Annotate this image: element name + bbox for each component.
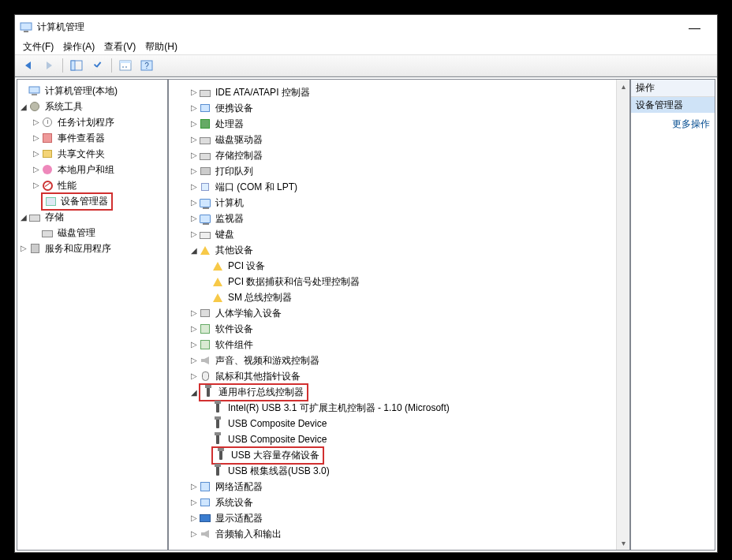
cat-other-devices[interactable]: ◢ 其他设备 (189, 242, 629, 258)
twisty-icon[interactable]: ▷ (189, 136, 199, 144)
cat-mice[interactable]: ▷ 鼠标和其他指针设备 (189, 368, 629, 384)
twisty-icon[interactable]: ◢ (19, 103, 28, 111)
cat-disk-drives[interactable]: ▷ 磁盘驱动器 (189, 132, 629, 147)
dev-usb-composite-1[interactable]: USB Composite Device (202, 416, 629, 431)
twisty-icon[interactable]: ▷ (189, 88, 199, 96)
node-local-users[interactable]: ▷ 本地用户和组 (32, 162, 167, 177)
cat-monitors[interactable]: ▷ 监视器 (189, 211, 629, 226)
cat-computer[interactable]: ▷ 计算机 (189, 195, 629, 211)
dev-pci-capture[interactable]: PCI 数据捕获和信号处理控制器 (202, 274, 629, 289)
node-event-viewer[interactable]: ▷ 事件查看器 (32, 130, 167, 146)
twisty-icon[interactable]: ▷ (189, 341, 199, 349)
minimize-button[interactable]: — (677, 16, 712, 38)
cat-display-adapters[interactable]: ▷ 显示适配器 (189, 510, 629, 526)
cat-print-queues[interactable]: ▷ 打印队列 (189, 163, 629, 179)
twisty-icon (32, 197, 41, 205)
twisty-icon[interactable]: ▷ (19, 245, 28, 252)
twisty-icon[interactable]: ▷ (189, 514, 199, 522)
cat-usb-controllers[interactable]: ◢ 通用串行总线控制器 (189, 384, 629, 400)
menu-help[interactable]: 帮助(H) (140, 39, 182, 55)
nav-forward-button[interactable] (39, 57, 58, 74)
view-options-button[interactable] (88, 57, 107, 74)
cat-storage-controllers[interactable]: ▷ 存储控制器 (189, 147, 629, 163)
clock-icon (41, 116, 54, 129)
node-device-manager[interactable]: 设备管理器 (32, 193, 167, 209)
twisty-icon[interactable]: ▷ (32, 166, 41, 174)
nav-back-button[interactable] (18, 57, 37, 74)
cat-portable[interactable]: ▷ 便携设备 (189, 100, 629, 116)
svg-rect-0 (21, 23, 32, 30)
twisty-icon[interactable]: ▷ (32, 150, 41, 158)
twisty-icon[interactable]: ◢ (19, 214, 28, 222)
more-actions-link[interactable]: 更多操作 (631, 113, 715, 136)
twisty-icon (32, 229, 41, 237)
twisty-icon[interactable]: ▷ (189, 215, 199, 222)
svg-rect-10 (29, 87, 39, 93)
twisty-icon[interactable]: ▷ (32, 118, 41, 126)
twisty-icon[interactable]: ▷ (189, 151, 199, 159)
event-viewer-icon (41, 132, 54, 144)
node-services-apps[interactable]: ▷ 服务和应用程序 (19, 241, 167, 256)
twisty-icon[interactable]: ▷ (189, 372, 199, 380)
actions-context[interactable]: 设备管理器 (631, 97, 715, 113)
cat-system-devices[interactable]: ▷ 系统设备 (189, 495, 629, 510)
cat-network-adapters[interactable]: ▷ 网络适配器 (189, 479, 629, 495)
cat-ide[interactable]: ▷ IDE ATA/ATAPI 控制器 (189, 84, 629, 100)
scroll-down-button[interactable]: ▾ (618, 536, 629, 550)
twisty-icon[interactable]: ▷ (189, 230, 199, 238)
dev-usb-root-hub[interactable]: USB 根集线器(USB 3.0) (202, 463, 629, 479)
cat-keyboards[interactable]: ▷ 键盘 (189, 226, 629, 242)
cat-software-components[interactable]: ▷ 软件组件 (189, 337, 629, 353)
menu-action[interactable]: 操作(A) (58, 39, 99, 55)
node-storage[interactable]: ◢ 存储 (19, 209, 167, 225)
cat-ports[interactable]: ▷ 端口 (COM 和 LPT) (189, 179, 629, 195)
twisty-icon[interactable]: ▷ (189, 167, 199, 175)
properties-button[interactable] (116, 57, 135, 74)
node-task-scheduler[interactable]: ▷ 任务计划程序 (32, 114, 167, 130)
twisty-icon[interactable]: ▷ (189, 309, 199, 317)
computer-management-window: 计算机管理 — 文件(F) 操作(A) 查看(V) 帮助(H) ? (14, 14, 718, 553)
cat-hid[interactable]: ▷ 人体学输入设备 (189, 305, 629, 321)
cat-processors[interactable]: ▷ 处理器 (189, 116, 629, 132)
twisty-icon[interactable]: ▷ (189, 357, 199, 364)
scroll-up-button[interactable]: ▴ (618, 80, 629, 93)
menubar: 文件(F) 操作(A) 查看(V) 帮助(H) (15, 39, 717, 54)
dev-usb-mass-storage[interactable]: USB 大容量存储设备 (202, 447, 629, 463)
cat-sound[interactable]: ▷ 声音、视频和游戏控制器 (189, 353, 629, 368)
help-button[interactable]: ? (137, 57, 156, 74)
portable-icon (199, 102, 211, 114)
scope-tree[interactable]: 计算机管理(本地) ◢ 系统工具 ▷ 任务计划程序 ▷ 事件查看器 (17, 80, 167, 550)
menu-view[interactable]: 查看(V) (99, 39, 140, 55)
twisty-icon[interactable]: ▷ (189, 483, 199, 491)
node-root[interactable]: 计算机管理(本地) (19, 83, 167, 99)
display-icon (199, 512, 211, 525)
node-system-tools[interactable]: ◢ 系统工具 (19, 99, 167, 114)
twisty-icon[interactable] (19, 87, 28, 95)
twisty-icon[interactable]: ▷ (32, 181, 41, 189)
twisty-icon[interactable]: ▷ (189, 498, 199, 506)
menu-file[interactable]: 文件(F) (18, 39, 58, 55)
twisty-icon[interactable]: ◢ (189, 247, 199, 255)
dev-pci[interactable]: PCI 设备 (202, 258, 629, 274)
node-shared-folders[interactable]: ▷ 共享文件夹 (32, 146, 167, 162)
twisty-icon[interactable]: ◢ (189, 389, 199, 397)
dev-usb-composite-2[interactable]: USB Composite Device (202, 431, 629, 447)
dev-sm-bus[interactable]: SM 总线控制器 (202, 289, 629, 305)
twisty-icon[interactable]: ▷ (189, 104, 199, 112)
twisty-icon[interactable]: ▷ (32, 134, 41, 142)
twisty-icon[interactable]: ▷ (189, 120, 199, 128)
twisty-icon[interactable]: ▷ (189, 183, 199, 191)
device-tree[interactable]: ▷ IDE ATA/ATAPI 控制器 ▷ 便携设备 ▷ 处理器 ▷ (169, 80, 629, 550)
twisty-icon[interactable]: ▷ (189, 530, 199, 538)
warning-icon (211, 275, 224, 288)
twisty-icon[interactable]: ▷ (189, 199, 199, 207)
dev-usb-intel[interactable]: Intel(R) USB 3.1 可扩展主机控制器 - 1.10 (Micros… (202, 400, 629, 416)
node-disk-management[interactable]: 磁盘管理 (32, 225, 167, 241)
twisty-icon[interactable]: ▷ (189, 325, 199, 333)
cat-software-devices[interactable]: ▷ 软件设备 (189, 321, 629, 337)
cat-audio-io[interactable]: ▷ 音频输入和输出 (189, 526, 629, 542)
vertical-scrollbar[interactable]: ▴ ▾ (616, 80, 629, 550)
show-hide-tree-button[interactable] (67, 57, 86, 74)
node-performance[interactable]: ▷ 性能 (32, 177, 167, 193)
shared-folder-icon (41, 147, 54, 160)
